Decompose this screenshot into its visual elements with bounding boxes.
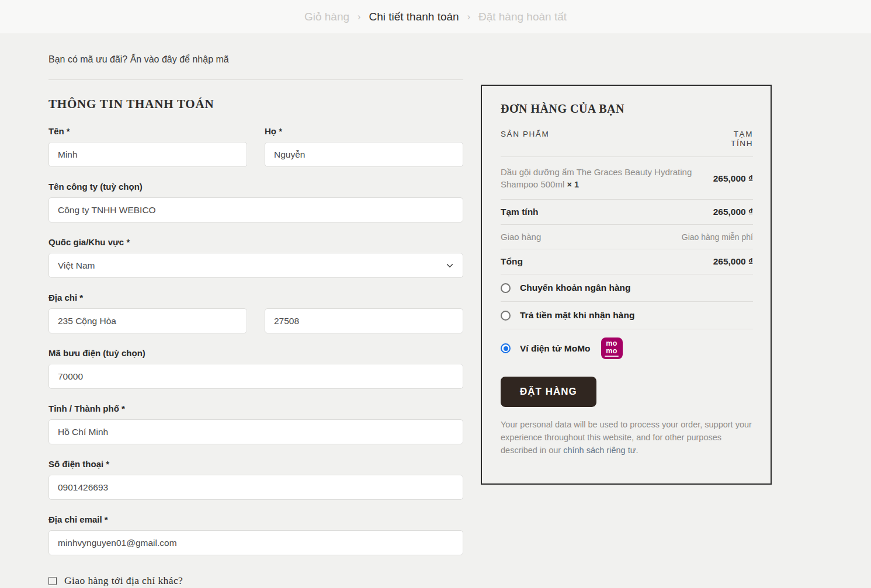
radio-button[interactable] bbox=[501, 283, 511, 293]
coupon-notice: Bạn có mã ưu đãi? Ấn vào đây để nhập mã bbox=[48, 54, 463, 65]
address-label: Địa chỉ * bbox=[48, 293, 463, 302]
total-value: 265,000 ₫ bbox=[713, 256, 753, 267]
first-name-input[interactable] bbox=[48, 142, 247, 167]
chevron-down-icon bbox=[446, 262, 454, 270]
order-review-box: ĐƠN HÀNG CỦA BẠN SẢN PHẨM TẠM TÍNH Dầu g… bbox=[481, 85, 772, 485]
payment-label: Ví điện tử MoMo bbox=[520, 343, 591, 354]
country-select[interactable]: Việt Nam bbox=[48, 253, 463, 278]
shipping-label: Giao hàng bbox=[501, 232, 541, 242]
ship-to-different-checkbox[interactable] bbox=[48, 577, 57, 585]
address-field: Địa chỉ * bbox=[48, 293, 463, 333]
city-label: Tỉnh / Thành phố * bbox=[48, 403, 463, 413]
column-subtotal: TẠM TÍNH bbox=[717, 130, 753, 148]
coupon-toggle-link[interactable]: Ấn vào đây để nhập mã bbox=[130, 54, 229, 64]
radio-button[interactable] bbox=[501, 343, 511, 353]
privacy-policy-link[interactable]: chính sách riêng tư bbox=[563, 446, 636, 455]
subtotal-value: 265,000 ₫ bbox=[713, 207, 753, 217]
payment-label: Chuyển khoản ngân hàng bbox=[520, 283, 630, 293]
coupon-text: Bạn có mã ưu đãi? bbox=[48, 54, 127, 64]
shipping-row: Giao hàng Giao hàng miễn phí bbox=[501, 225, 753, 249]
phone-input[interactable] bbox=[48, 475, 463, 500]
checkout-steps-bar: Giỏ hàng › Chi tiết thanh toán › Đặt hàn… bbox=[0, 0, 871, 33]
first-name-label: Tên * bbox=[48, 126, 247, 136]
payment-option-bank-transfer[interactable]: Chuyển khoản ngân hàng bbox=[501, 274, 753, 302]
name-fields-row: Tên * Họ * bbox=[48, 126, 463, 167]
checkout-page: Bạn có mã ưu đãi? Ấn vào đây để nhập mã … bbox=[0, 33, 871, 587]
total-label: Tổng bbox=[501, 256, 523, 267]
product-price: 265,000 ₫ bbox=[713, 173, 753, 184]
momo-logo-icon: mo mo bbox=[601, 338, 623, 359]
postcode-label: Mã bưu điện (tuỳ chọn) bbox=[48, 348, 463, 358]
billing-column: Bạn có mã ưu đãi? Ấn vào đây để nhập mã … bbox=[48, 54, 463, 587]
postcode-field: Mã bưu điện (tuỳ chọn) bbox=[48, 348, 463, 389]
email-field: Địa chỉ email * bbox=[48, 514, 463, 555]
company-label: Tên công ty (tuỳ chọn) bbox=[48, 182, 463, 192]
breadcrumb-cart[interactable]: Giỏ hàng bbox=[304, 11, 349, 23]
total-row: Tổng 265,000 ₫ bbox=[501, 249, 753, 274]
last-name-label: Họ * bbox=[265, 126, 463, 136]
billing-title: THÔNG TIN THANH TOÁN bbox=[48, 97, 463, 112]
order-column: ĐƠN HÀNG CỦA BẠN SẢN PHẨM TẠM TÍNH Dầu g… bbox=[481, 54, 772, 485]
company-input[interactable] bbox=[48, 197, 463, 222]
city-input[interactable] bbox=[48, 419, 463, 444]
order-title: ĐƠN HÀNG CỦA BẠN bbox=[501, 102, 753, 116]
subtotal-row: Tạm tính 265,000 ₫ bbox=[501, 200, 753, 225]
phone-field: Số điện thoại * bbox=[48, 459, 463, 500]
divider bbox=[48, 79, 463, 80]
radio-button[interactable] bbox=[501, 311, 511, 321]
order-product-row: Dầu gội dưỡng ẩm The Graces Beauty Hydra… bbox=[501, 157, 753, 200]
ship-to-different-address-row[interactable]: Giao hàng tới địa chỉ khác? bbox=[48, 575, 463, 587]
chevron-right-icon: › bbox=[467, 12, 470, 22]
postcode-input[interactable] bbox=[48, 364, 463, 389]
product-quantity: × 1 bbox=[567, 180, 579, 189]
company-field: Tên công ty (tuỳ chọn) bbox=[48, 182, 463, 222]
ship-to-different-label: Giao hàng tới địa chỉ khác? bbox=[64, 575, 183, 587]
payment-option-cash-on-delivery[interactable]: Trả tiền mặt khi nhận hàng bbox=[501, 302, 753, 329]
payment-option-momo-wallet[interactable]: Ví điện tử MoMo mo mo bbox=[501, 329, 753, 367]
place-order-button[interactable]: ĐẶT HÀNG bbox=[501, 377, 596, 407]
country-label: Quốc gia/Khu vực * bbox=[48, 237, 463, 247]
subtotal-label: Tạm tính bbox=[501, 207, 539, 217]
email-label: Địa chỉ email * bbox=[48, 514, 463, 524]
privacy-notice: Your personal data will be used to proce… bbox=[501, 419, 758, 457]
product-name: Dầu gội dưỡng ẩm The Graces Beauty Hydra… bbox=[501, 166, 693, 190]
country-field: Quốc gia/Khu vực * Việt Nam bbox=[48, 237, 463, 278]
email-input[interactable] bbox=[48, 530, 463, 555]
shipping-value: Giao hàng miễn phí bbox=[682, 232, 753, 242]
phone-label: Số điện thoại * bbox=[48, 459, 463, 469]
address-line2-input[interactable] bbox=[265, 308, 463, 333]
city-field: Tỉnh / Thành phố * bbox=[48, 403, 463, 444]
breadcrumb-order-complete: Đặt hàng hoàn tất bbox=[478, 11, 567, 23]
column-product: SẢN PHẨM bbox=[501, 130, 549, 138]
breadcrumb-checkout-details: Chi tiết thanh toán bbox=[369, 11, 459, 23]
chevron-right-icon: › bbox=[358, 12, 360, 22]
address-line1-input[interactable] bbox=[48, 308, 247, 333]
last-name-input[interactable] bbox=[265, 142, 463, 167]
payment-label: Trả tiền mặt khi nhận hàng bbox=[520, 310, 634, 321]
order-table-header: SẢN PHẨM TẠM TÍNH bbox=[501, 130, 753, 157]
country-selected-value: Việt Nam bbox=[58, 260, 95, 271]
